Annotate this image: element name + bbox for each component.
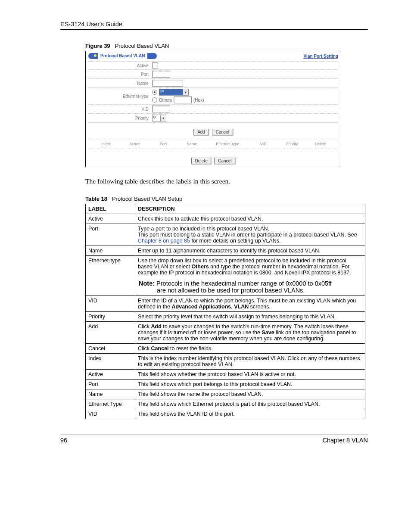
pill-decoration-left-icon — [88, 53, 98, 59]
name-input[interactable] — [152, 80, 183, 87]
bold-text: Add — [151, 324, 162, 330]
cell-desc: Click Cancel to reset the fields. — [135, 344, 365, 354]
th-label: LABEL — [86, 204, 135, 214]
cancel-button[interactable]: Cancel — [212, 129, 233, 135]
label-port: Port — [88, 72, 152, 77]
cell-label: Index — [86, 354, 135, 370]
note-block: Note: Protocols in the hexadecimal numbe… — [138, 280, 362, 294]
table-row: Name This field shows the name the proto… — [86, 389, 365, 399]
note-label: Note: — [139, 280, 155, 287]
table-row: Name Enter up to 11 alphanumeric charact… — [86, 246, 365, 256]
cell-desc: This field shows whether the protocol ba… — [135, 370, 365, 380]
table-row: Port This field shows which port belongs… — [86, 380, 365, 389]
cell-label: Cancel — [86, 344, 135, 354]
pill-decoration-right-icon — [147, 53, 157, 59]
figure-caption-text: Protocol Based VLAN — [115, 43, 169, 49]
cancel-button-2[interactable]: Cancel — [214, 158, 235, 164]
add-button[interactable]: Add — [193, 129, 209, 135]
label-eth-type: Ethernet-type — [88, 94, 152, 99]
text: Click — [138, 324, 151, 330]
th-desc: DESCRIPTION — [135, 204, 365, 214]
note-text: are not allowed to be used for protocol … — [139, 287, 362, 294]
port-input[interactable] — [152, 71, 170, 78]
radio-ip[interactable] — [152, 90, 157, 95]
delete-button[interactable]: Delete — [191, 158, 212, 164]
text: for more details on setting up VLANs. — [190, 238, 281, 244]
text: Click — [138, 345, 151, 352]
bold-text: Others — [191, 264, 209, 270]
col-index: Index — [92, 142, 120, 146]
cell-label: VID — [86, 409, 135, 419]
vlan-port-setting-link[interactable]: Vlan Port Setting — [303, 54, 338, 59]
table-row: Add Click Add to save your changes to th… — [86, 322, 365, 344]
col-del: Delete — [306, 142, 335, 146]
chapter-link[interactable]: Chapter 8 on page 85 — [138, 238, 190, 244]
vid-input[interactable] — [152, 106, 170, 112]
table-row: VID Enter the ID of a VLAN to which the … — [86, 296, 365, 312]
chevron-down-icon[interactable]: ▼ — [160, 115, 166, 121]
cell-desc: Enter the ID of a VLAN to which the port… — [135, 296, 365, 312]
cell-label: Priority — [86, 312, 135, 322]
table-row: Port Type a port to be included in this … — [86, 224, 365, 246]
table-row: Active This field shows whether the prot… — [86, 370, 365, 380]
description-table: LABEL DESCRIPTION Active Check this box … — [85, 204, 365, 419]
others-hex-input[interactable] — [174, 96, 192, 103]
table-caption-text: Protocol Based VLAN Setup — [112, 196, 182, 202]
text: to reset the fields. — [169, 345, 213, 352]
figure-panel-title: Protocol Based VLAN — [88, 53, 157, 59]
table-row: Ethernet Type This field shows which Eth… — [86, 399, 365, 409]
cell-desc: Check this box to activate this protocol… — [135, 214, 365, 224]
eth-type-select[interactable]: IP▼ — [159, 89, 189, 96]
label-vid: VID — [88, 107, 152, 112]
cell-desc: This field shows the name the protocol b… — [135, 389, 365, 399]
intro-text: The following table describes the labels… — [85, 177, 368, 185]
cell-desc: Use the drop down list box to select a p… — [135, 256, 365, 296]
figure-caption: Figure 39 Protocol Based VLAN — [85, 43, 368, 49]
bold-text: Save — [262, 330, 274, 336]
footer-rule — [60, 435, 368, 435]
column-header-row: Index Active Port Name Ethernet-type VID… — [88, 139, 338, 149]
cell-desc: This field shows the VLAN ID of the port… — [135, 409, 365, 419]
label-priority: Priority — [88, 116, 152, 121]
table-caption-label: Table 18 — [85, 196, 107, 202]
col-vid: VID — [249, 142, 277, 146]
cell-label: VID — [86, 296, 135, 312]
col-name: Name — [177, 142, 206, 146]
text: This port must belong to a static VLAN i… — [138, 232, 357, 238]
radio-others[interactable] — [152, 97, 157, 103]
cell-label: Name — [86, 389, 135, 399]
bold-text: VLAN — [234, 304, 249, 310]
cell-desc: Enter up to 11 alphanumeric characters t… — [135, 246, 365, 256]
label-hex: (Hex) — [193, 98, 204, 103]
col-active: Active — [120, 142, 149, 146]
table-row: VID This field shows the VLAN ID of the … — [86, 409, 365, 419]
cell-desc: Click Add to save your changes to the sw… — [135, 322, 365, 344]
col-pri: Priority — [277, 142, 306, 146]
chevron-down-icon[interactable]: ▼ — [183, 89, 188, 95]
col-port: Port — [149, 142, 177, 146]
cell-label: Ethernet Type — [86, 399, 135, 409]
page-header: ES-3124 User's Guide — [60, 21, 368, 28]
priority-select[interactable]: 0▼ — [152, 115, 166, 121]
cell-label: Active — [86, 370, 135, 380]
table-row: Active Check this box to activate this p… — [86, 214, 365, 224]
label-others: Others — [159, 98, 172, 103]
cell-label: Port — [86, 224, 135, 246]
table-row: Priority Select the priority level that … — [86, 312, 365, 322]
cell-label: Add — [86, 322, 135, 344]
cell-desc: This field shows which Ethernet protocol… — [135, 399, 365, 409]
table-row: Ethernet-type Use the drop down list box… — [86, 256, 365, 296]
label-name: Name — [88, 81, 152, 86]
cell-label: Port — [86, 380, 135, 389]
table-row: Cancel Click Cancel to reset the fields. — [86, 344, 365, 354]
page-number: 96 — [60, 437, 67, 444]
note-text: Protocols in the hexadecimal number rang… — [155, 280, 332, 287]
header-rule — [60, 29, 368, 30]
text: Type a port to be included in this proto… — [138, 226, 269, 232]
active-checkbox[interactable] — [152, 62, 158, 68]
bold-text: Cancel — [151, 345, 169, 352]
table-row: Index This is the index number identifyi… — [86, 354, 365, 370]
figure-screenshot: Protocol Based VLAN Vlan Port Setting Ac… — [85, 51, 341, 167]
col-eth: Ethernet-type — [206, 142, 249, 146]
table-caption: Table 18 Protocol Based VLAN Setup — [85, 196, 368, 202]
